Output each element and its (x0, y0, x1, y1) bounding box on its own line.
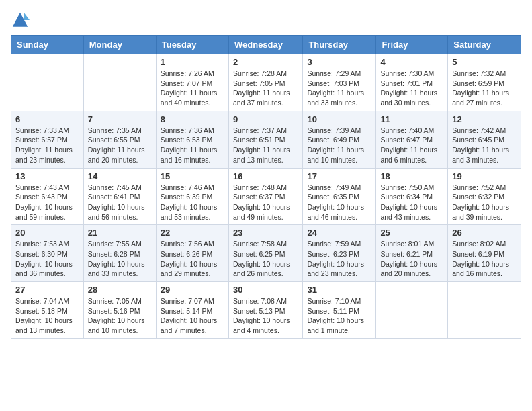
day-number: 14 (88, 171, 152, 181)
day-info: Sunrise: 7:28 AM Sunset: 7:05 PM Dayligh… (233, 68, 298, 108)
calendar-cell (11, 54, 84, 111)
calendar-cell: 3Sunrise: 7:29 AM Sunset: 7:03 PM Daylig… (303, 54, 376, 111)
calendar-cell: 22Sunrise: 7:56 AM Sunset: 6:26 PM Dayli… (156, 225, 228, 282)
day-info: Sunrise: 7:04 AM Sunset: 5:18 PM Dayligh… (15, 296, 79, 336)
day-number: 22 (161, 228, 224, 238)
day-info: Sunrise: 7:49 AM Sunset: 6:35 PM Dayligh… (307, 183, 371, 222)
day-number: 29 (161, 285, 224, 295)
day-info: Sunrise: 8:02 AM Sunset: 6:19 PM Dayligh… (452, 239, 517, 279)
day-number: 27 (15, 285, 79, 295)
day-info: Sunrise: 7:08 AM Sunset: 5:13 PM Dayligh… (233, 296, 298, 336)
calendar-cell: 2Sunrise: 7:28 AM Sunset: 7:05 PM Daylig… (228, 54, 302, 111)
day-info: Sunrise: 7:58 AM Sunset: 6:25 PM Dayligh… (233, 239, 298, 279)
calendar-cell: 15Sunrise: 7:46 AM Sunset: 6:39 PM Dayli… (156, 168, 228, 225)
calendar-cell: 29Sunrise: 7:07 AM Sunset: 5:14 PM Dayli… (156, 282, 228, 339)
day-number: 2 (233, 57, 298, 67)
day-info: Sunrise: 7:52 AM Sunset: 6:32 PM Dayligh… (452, 183, 517, 222)
day-info: Sunrise: 7:35 AM Sunset: 6:55 PM Dayligh… (88, 126, 152, 165)
calendar-cell: 5Sunrise: 7:32 AM Sunset: 6:59 PM Daylig… (448, 54, 521, 111)
calendar-wrapper: SundayMondayTuesdayWednesdayThursdayFrid… (0, 35, 532, 345)
weekday-header: Thursday (303, 36, 376, 54)
day-info: Sunrise: 7:46 AM Sunset: 6:39 PM Dayligh… (161, 183, 224, 222)
calendar-cell: 18Sunrise: 7:50 AM Sunset: 6:34 PM Dayli… (376, 168, 448, 225)
calendar-cell: 17Sunrise: 7:49 AM Sunset: 6:35 PM Dayli… (303, 168, 376, 225)
day-number: 19 (452, 171, 517, 181)
day-number: 7 (88, 114, 152, 124)
day-number: 15 (161, 171, 224, 181)
day-info: Sunrise: 7:48 AM Sunset: 6:37 PM Dayligh… (233, 183, 298, 222)
calendar-cell: 24Sunrise: 7:59 AM Sunset: 6:23 PM Dayli… (303, 225, 376, 282)
calendar-cell (376, 282, 448, 339)
calendar-cell: 13Sunrise: 7:43 AM Sunset: 6:43 PM Dayli… (11, 168, 84, 225)
day-number: 6 (15, 114, 79, 124)
day-number: 8 (161, 114, 224, 124)
day-number: 17 (307, 171, 371, 181)
calendar-cell: 31Sunrise: 7:10 AM Sunset: 5:11 PM Dayli… (303, 282, 376, 339)
calendar-cell (83, 54, 156, 111)
calendar-cell: 20Sunrise: 7:53 AM Sunset: 6:30 PM Dayli… (11, 225, 84, 282)
day-info: Sunrise: 7:32 AM Sunset: 6:59 PM Dayligh… (452, 68, 517, 108)
day-number: 3 (307, 57, 371, 67)
day-info: Sunrise: 7:39 AM Sunset: 6:49 PM Dayligh… (307, 126, 371, 165)
calendar-cell: 21Sunrise: 7:55 AM Sunset: 6:28 PM Dayli… (83, 225, 156, 282)
weekday-header: Saturday (448, 36, 521, 54)
day-number: 4 (380, 57, 443, 67)
day-number: 28 (88, 285, 152, 295)
calendar-cell: 19Sunrise: 7:52 AM Sunset: 6:32 PM Dayli… (448, 168, 521, 225)
day-info: Sunrise: 7:43 AM Sunset: 6:43 PM Dayligh… (15, 183, 79, 222)
calendar-cell: 27Sunrise: 7:04 AM Sunset: 5:18 PM Dayli… (11, 282, 84, 339)
day-info: Sunrise: 7:10 AM Sunset: 5:11 PM Dayligh… (307, 296, 371, 336)
day-info: Sunrise: 7:29 AM Sunset: 7:03 PM Dayligh… (307, 68, 371, 108)
calendar-week-row: 20Sunrise: 7:53 AM Sunset: 6:30 PM Dayli… (11, 225, 521, 282)
day-info: Sunrise: 7:07 AM Sunset: 5:14 PM Dayligh… (161, 296, 224, 336)
calendar-table: SundayMondayTuesdayWednesdayThursdayFrid… (11, 35, 521, 339)
calendar-cell: 28Sunrise: 7:05 AM Sunset: 5:16 PM Dayli… (83, 282, 156, 339)
day-number: 20 (15, 228, 79, 238)
day-number: 1 (161, 57, 224, 67)
day-number: 24 (307, 228, 371, 238)
calendar-cell: 30Sunrise: 7:08 AM Sunset: 5:13 PM Dayli… (228, 282, 302, 339)
day-info: Sunrise: 7:40 AM Sunset: 6:47 PM Dayligh… (380, 126, 443, 165)
calendar-cell: 1Sunrise: 7:26 AM Sunset: 7:07 PM Daylig… (156, 54, 228, 111)
calendar-cell: 8Sunrise: 7:36 AM Sunset: 6:53 PM Daylig… (156, 111, 228, 168)
page-header (0, 0, 532, 35)
day-info: Sunrise: 7:53 AM Sunset: 6:30 PM Dayligh… (15, 239, 79, 279)
calendar-week-row: 13Sunrise: 7:43 AM Sunset: 6:43 PM Dayli… (11, 168, 521, 225)
calendar-cell (448, 282, 521, 339)
calendar-week-row: 27Sunrise: 7:04 AM Sunset: 5:18 PM Dayli… (11, 282, 521, 339)
day-number: 30 (233, 285, 298, 295)
day-number: 26 (452, 228, 517, 238)
logo (11, 11, 32, 30)
calendar-cell: 23Sunrise: 7:58 AM Sunset: 6:25 PM Dayli… (228, 225, 302, 282)
calendar-cell: 26Sunrise: 8:02 AM Sunset: 6:19 PM Dayli… (448, 225, 521, 282)
day-info: Sunrise: 7:56 AM Sunset: 6:26 PM Dayligh… (161, 239, 224, 279)
day-number: 12 (452, 114, 517, 124)
calendar-cell: 4Sunrise: 7:30 AM Sunset: 7:01 PM Daylig… (376, 54, 448, 111)
day-number: 21 (88, 228, 152, 238)
day-number: 23 (233, 228, 298, 238)
calendar-week-row: 1Sunrise: 7:26 AM Sunset: 7:07 PM Daylig… (11, 54, 521, 111)
weekday-header: Tuesday (156, 36, 228, 54)
day-number: 25 (380, 228, 443, 238)
calendar-cell: 14Sunrise: 7:45 AM Sunset: 6:41 PM Dayli… (83, 168, 156, 225)
calendar-cell: 10Sunrise: 7:39 AM Sunset: 6:49 PM Dayli… (303, 111, 376, 168)
day-info: Sunrise: 7:42 AM Sunset: 6:45 PM Dayligh… (452, 126, 517, 165)
day-number: 5 (452, 57, 517, 67)
svg-marker-1 (24, 13, 30, 20)
day-info: Sunrise: 7:50 AM Sunset: 6:34 PM Dayligh… (380, 183, 443, 222)
calendar-cell: 9Sunrise: 7:37 AM Sunset: 6:51 PM Daylig… (228, 111, 302, 168)
day-number: 18 (380, 171, 443, 181)
day-info: Sunrise: 7:36 AM Sunset: 6:53 PM Dayligh… (161, 126, 224, 165)
logo-icon (11, 11, 30, 30)
day-number: 31 (307, 285, 371, 295)
calendar-cell: 6Sunrise: 7:33 AM Sunset: 6:57 PM Daylig… (11, 111, 84, 168)
calendar-cell: 25Sunrise: 8:01 AM Sunset: 6:21 PM Dayli… (376, 225, 448, 282)
day-info: Sunrise: 7:05 AM Sunset: 5:16 PM Dayligh… (88, 296, 152, 336)
day-info: Sunrise: 8:01 AM Sunset: 6:21 PM Dayligh… (380, 239, 443, 279)
weekday-header: Monday (83, 36, 156, 54)
calendar-cell: 12Sunrise: 7:42 AM Sunset: 6:45 PM Dayli… (448, 111, 521, 168)
day-info: Sunrise: 7:45 AM Sunset: 6:41 PM Dayligh… (88, 183, 152, 222)
calendar-cell: 16Sunrise: 7:48 AM Sunset: 6:37 PM Dayli… (228, 168, 302, 225)
day-info: Sunrise: 7:33 AM Sunset: 6:57 PM Dayligh… (15, 126, 79, 165)
calendar-cell: 7Sunrise: 7:35 AM Sunset: 6:55 PM Daylig… (83, 111, 156, 168)
